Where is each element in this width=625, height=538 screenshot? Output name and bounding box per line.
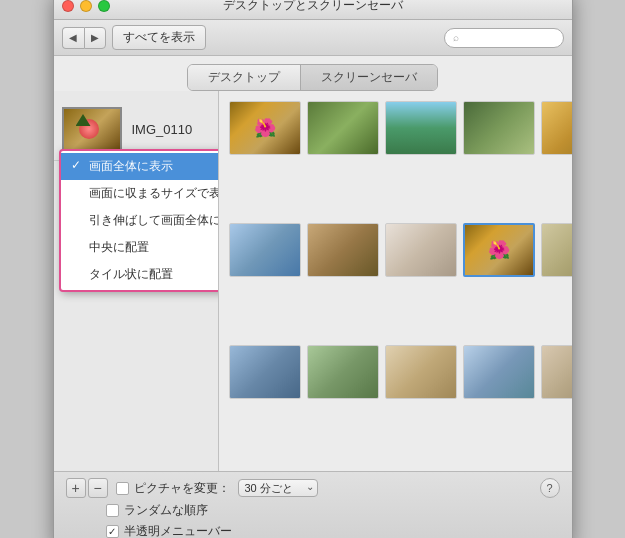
wallpaper-thumb-7[interactable] [307,223,379,277]
interval-select-wrapper: 30 分ごと [238,479,318,497]
random-order-checkbox[interactable] [106,504,119,517]
help-button[interactable]: ? [540,478,560,498]
dropdown-item-center[interactable]: 中央に配置 [61,234,219,261]
search-box: ⌕ [444,28,564,48]
preview-thumbnail [62,107,122,152]
nav-back-button[interactable]: ◀ [62,27,84,49]
change-picture-label[interactable]: ピクチャを変更： [116,480,230,497]
wallpaper-thumb-5[interactable] [541,101,572,155]
wallpaper-thumb-13[interactable] [385,345,457,399]
minimize-button[interactable] [80,0,92,12]
remove-button[interactable]: − [88,478,108,498]
wallpaper-thumb-11[interactable] [229,345,301,399]
content-area: IMG_0110 画面全体に表示 画面に収まるサイズで表示 引き伸ばして画面全体… [54,91,572,471]
preview-area: IMG_0110 画面全体に表示 画面に収まるサイズで表示 引き伸ばして画面全体… [54,99,218,161]
preview-filename: IMG_0110 [132,122,193,137]
wallpaper-thumb-6[interactable] [229,223,301,277]
show-all-button[interactable]: すべてを表示 [112,25,206,50]
plus-minus-group: + − [66,478,108,498]
tab-group: デスクトップ スクリーンセーバ [187,64,438,91]
wallpaper-thumb-2[interactable] [307,101,379,155]
wallpaper-thumb-3[interactable] [385,101,457,155]
transparent-menubar-text: 半透明メニューバー [124,523,232,538]
wallpaper-grid [219,91,572,471]
transparent-menubar-checkbox[interactable] [106,525,119,538]
search-input[interactable] [463,32,553,44]
random-order-label[interactable]: ランダムな順序 [106,502,208,519]
wallpaper-thumb-1[interactable] [229,101,301,155]
dropdown-item-tile[interactable]: タイル状に配置 [61,261,219,288]
change-picture-checkbox[interactable] [116,482,129,495]
bottom-row-3: 半透明メニューバー [66,523,560,538]
nav-group: ◀ ▶ [62,27,106,49]
tab-screensaver[interactable]: スクリーンセーバ [301,65,437,90]
toolbar: ◀ ▶ すべてを表示 ⌕ [54,20,572,56]
traffic-lights [62,0,110,12]
display-options-dropdown: 画面全体に表示 画面に収まるサイズで表示 引き伸ばして画面全体に表示 中央に配置… [59,149,219,292]
wallpaper-grid-area [219,91,572,471]
change-picture-text: ピクチャを変更： [134,480,230,497]
wallpaper-thumb-15[interactable] [541,345,572,399]
wallpaper-thumb-14[interactable] [463,345,535,399]
wallpaper-thumb-12[interactable] [307,345,379,399]
main-window: デスクトップとスクリーンセーバ ◀ ▶ すべてを表示 ⌕ デスクトップ スクリー… [53,0,573,538]
dropdown-item-stretch[interactable]: 引き伸ばして画面全体に表示 [61,207,219,234]
wallpaper-thumb-4[interactable] [463,101,535,155]
maximize-button[interactable] [98,0,110,12]
window-title: デスクトップとスクリーンセーバ [223,0,403,14]
tabs-bar: デスクトップ スクリーンセーバ [54,56,572,91]
random-order-text: ランダムな順序 [124,502,208,519]
bottom-bar: + − ピクチャを変更： 30 分ごと ? ランダムな順序 [54,471,572,538]
search-icon: ⌕ [453,32,459,43]
interval-select[interactable]: 30 分ごと [238,479,318,497]
add-button[interactable]: + [66,478,86,498]
sidebar: IMG_0110 画面全体に表示 画面に収まるサイズで表示 引き伸ばして画面全体… [54,91,219,471]
close-button[interactable] [62,0,74,12]
dropdown-item-fit-screen[interactable]: 画面に収まるサイズで表示 [61,180,219,207]
wallpaper-thumb-10[interactable] [541,223,572,277]
bottom-row-1: + − ピクチャを変更： 30 分ごと ? [66,478,560,498]
wallpaper-thumb-9[interactable] [463,223,535,277]
titlebar: デスクトップとスクリーンセーバ [54,0,572,20]
tab-desktop[interactable]: デスクトップ [188,65,301,90]
bottom-row-2: ランダムな順序 [66,502,560,519]
wallpaper-thumb-8[interactable] [385,223,457,277]
nav-forward-button[interactable]: ▶ [84,27,106,49]
transparent-menubar-label[interactable]: 半透明メニューバー [106,523,232,538]
dropdown-item-fill-screen[interactable]: 画面全体に表示 [61,153,219,180]
